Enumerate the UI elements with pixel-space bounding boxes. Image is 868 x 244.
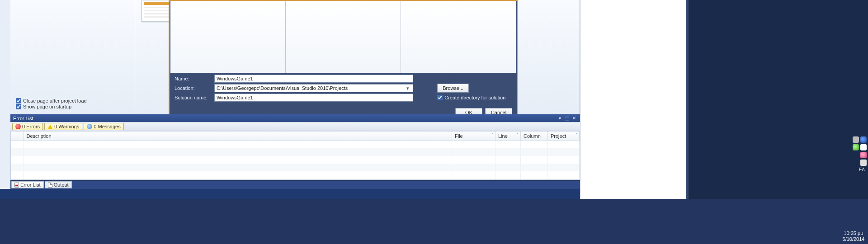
language-indicator[interactable]: ΕΛ [859, 167, 867, 172]
dialog-options: Name: Location: C:\Users\Georgepc\Docume… [170, 73, 516, 104]
clock-time: 10:25 μμ [840, 230, 867, 236]
col-column[interactable]: Column [521, 131, 548, 141]
location-combo[interactable]: C:\Users\Georgepc\Documents\Visual Studi… [214, 84, 413, 92]
window-menu-icon[interactable]: ▾ [557, 116, 563, 121]
template-description-column [401, 1, 516, 73]
project-name-input[interactable] [214, 75, 413, 83]
browse-button[interactable]: Browse... [437, 84, 469, 93]
chevron-down-icon[interactable]: ▾ [405, 85, 411, 91]
template-list-area[interactable] [170, 1, 516, 73]
col-icon[interactable] [11, 131, 24, 141]
new-project-dialog: Name: Location: C:\Users\Georgepc\Docume… [169, 0, 518, 121]
close-after-load-checkbox[interactable]: Close page after project load [16, 98, 87, 103]
autohide-pin-icon[interactable]: ⬚ [564, 116, 570, 121]
ide-statusbar-area [0, 189, 580, 199]
sort-indicator-icon: ˄ [491, 133, 493, 137]
close-after-load-input[interactable] [16, 98, 21, 103]
info-icon [87, 124, 92, 129]
show-on-startup-label: Show page on startup [23, 104, 71, 109]
error-list-title: Error List [13, 116, 556, 121]
close-after-load-label: Close page after project load [23, 98, 87, 103]
tab-error-list[interactable]: Error List [11, 181, 44, 188]
error-list-grid[interactable]: Description File˄ Line˄ Column Project˄ [10, 131, 580, 180]
template-tree-column[interactable] [170, 1, 286, 73]
system-tray[interactable]: ΕΛ [689, 136, 868, 173]
start-page-divider [135, 0, 135, 110]
location-label: Location: [173, 83, 213, 93]
tray-app-icon[interactable] [860, 152, 867, 158]
tab-output[interactable]: Output [45, 181, 72, 188]
col-project[interactable]: Project˄ [548, 131, 580, 141]
tab-error-list-label: Error List [20, 182, 41, 188]
tray-steam-icon[interactable] [860, 136, 867, 143]
warning-icon [47, 124, 53, 129]
floating-document[interactable] [580, 0, 686, 199]
create-directory-input[interactable] [437, 95, 443, 100]
col-description[interactable]: Description [24, 131, 452, 141]
solution-name-input[interactable] [214, 94, 413, 102]
errors-count: 0 Errors [22, 124, 40, 129]
table-row[interactable] [11, 171, 580, 179]
sort-indicator-icon: ˄ [576, 133, 577, 137]
col-line[interactable]: Line˄ [495, 131, 521, 141]
template-items-column[interactable] [286, 1, 401, 73]
table-row[interactable] [11, 141, 580, 148]
error-icon [15, 124, 21, 129]
create-directory-label: Create directory for solution [444, 95, 505, 100]
tray-link-icon[interactable] [853, 136, 859, 143]
tray-flag-icon[interactable] [860, 144, 867, 150]
error-list-titlebar[interactable]: Error List ▾ ⬚ ✕ [10, 114, 580, 122]
show-on-startup-input[interactable] [16, 104, 21, 109]
errors-filter[interactable]: 0 Errors [12, 123, 43, 130]
location-value: C:\Users\Georgepc\Documents\Visual Studi… [217, 85, 348, 91]
show-on-startup-checkbox[interactable]: Show page on startup [16, 104, 87, 109]
close-icon[interactable]: ✕ [571, 116, 577, 121]
output-icon [48, 183, 52, 188]
sort-indicator-icon: ˄ [517, 133, 519, 137]
create-directory-checkbox[interactable]: Create directory for solution [437, 95, 512, 100]
name-label: Name: [173, 74, 213, 83]
table-row[interactable] [11, 148, 580, 156]
screen-root: Close page after project load Show page … [0, 0, 868, 244]
solution-name-label: Solution name: [173, 93, 213, 102]
tab-output-label: Output [54, 182, 69, 188]
tray-update-icon[interactable] [853, 144, 859, 150]
taskbar-clock[interactable]: 10:25 μμ 5/10/2014 [840, 230, 867, 242]
messages-count: 0 Messages [94, 124, 120, 129]
volume-icon[interactable] [860, 160, 867, 166]
table-row[interactable] [11, 156, 580, 164]
bottom-tab-strip: Error List Output [10, 181, 580, 189]
warnings-count: 0 Warnings [54, 124, 79, 129]
error-list-toolbar: 0 Errors 0 Warnings 0 Messages [10, 122, 580, 131]
ide-left-gutter [0, 0, 10, 199]
clock-date: 5/10/2014 [840, 236, 867, 242]
warnings-filter[interactable]: 0 Warnings [44, 123, 82, 130]
table-row[interactable] [11, 164, 580, 171]
messages-filter[interactable]: 0 Messages [84, 123, 123, 130]
error-list-icon [14, 183, 19, 188]
col-file[interactable]: File˄ [452, 131, 495, 141]
